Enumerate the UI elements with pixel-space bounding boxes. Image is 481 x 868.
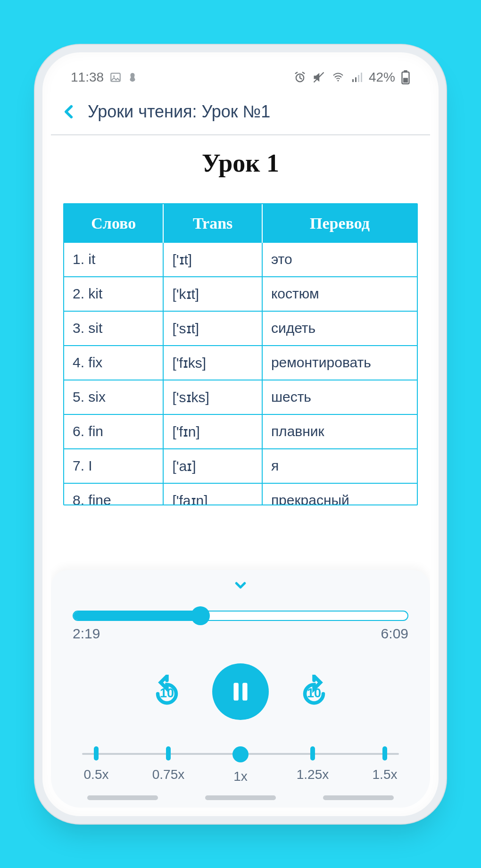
table-row: 2. kit['kɪt]костюм	[64, 276, 417, 311]
cell-trans: ['aɪ]	[163, 448, 261, 483]
seek-slider[interactable]: 2:19 6:09	[73, 611, 408, 642]
audio-player-panel: 2:19 6:09 10	[51, 570, 430, 808]
svg-point-1	[113, 75, 115, 77]
signal-icon	[351, 72, 363, 83]
forward-10-icon: 10	[297, 675, 331, 709]
screen: 11:38 42% Уроки чтения: Урок №1 Урок 1	[51, 61, 430, 808]
cell-trans: ['ɪt]	[163, 243, 261, 276]
image-icon	[109, 71, 122, 83]
speed-option[interactable]: 0.5x	[77, 746, 115, 784]
cell-trans: ['sɪt]	[163, 311, 261, 345]
cell-translation: прекрасный	[262, 483, 417, 504]
cell-translation: плавник	[262, 414, 417, 448]
svg-rect-13	[233, 683, 238, 701]
svg-rect-14	[242, 683, 247, 701]
wifi-icon	[331, 72, 345, 83]
seek-fill	[74, 612, 200, 620]
cell-translation: ремонтировать	[262, 345, 417, 380]
speed-label: 1x	[233, 769, 248, 784]
lesson-title: Урок 1	[51, 149, 430, 178]
svg-text:10: 10	[307, 686, 321, 700]
android-nav-bar	[51, 795, 430, 800]
cell-word: 3. sit	[64, 311, 163, 345]
cell-trans: ['fɪn]	[163, 414, 261, 448]
cell-word: 6. fin	[64, 414, 163, 448]
player-controls: 10 10	[73, 663, 408, 720]
speed-option[interactable]: 1.25x	[294, 746, 332, 784]
total-time: 6:09	[381, 626, 408, 642]
nav-recent[interactable]	[87, 795, 158, 800]
col-translation: Перевод	[262, 204, 417, 243]
cell-word: 5. six	[64, 380, 163, 414]
speed-option[interactable]: 0.75x	[149, 746, 187, 784]
cell-word: 8. fine	[64, 483, 163, 504]
table-row: 1. it['ɪt]это	[64, 243, 417, 276]
table-row: 6. fin['fɪn]плавник	[64, 414, 417, 448]
table-row: 4. fix['fɪks]ремонтировать	[64, 345, 417, 380]
nav-back[interactable]	[323, 795, 394, 800]
cell-translation: костюм	[262, 276, 417, 311]
speed-tick-mark	[310, 746, 315, 761]
svg-rect-10	[404, 70, 407, 72]
app-icon	[127, 71, 138, 83]
svg-text:10: 10	[160, 686, 174, 700]
cell-translation: это	[262, 243, 417, 276]
mute-icon	[312, 71, 325, 84]
cell-trans: ['kɪt]	[163, 276, 261, 311]
phone-frame: 11:38 42% Уроки чтения: Урок №1 Урок 1	[42, 52, 439, 816]
forward-10-button[interactable]: 10	[297, 675, 331, 709]
cell-word: 4. fix	[64, 345, 163, 380]
replay-10-icon: 10	[150, 675, 184, 709]
cell-word: 1. it	[64, 243, 163, 276]
alarm-icon	[293, 71, 307, 84]
vocab-table: Слово Trans Перевод 1. it['ɪt]это2. kit[…	[63, 203, 418, 505]
svg-rect-7	[358, 75, 359, 82]
rewind-10-button[interactable]: 10	[150, 675, 184, 709]
col-word: Слово	[64, 204, 163, 243]
cell-trans: ['faɪn]	[163, 483, 261, 504]
speed-label: 1.25x	[297, 767, 329, 782]
status-battery-text: 42%	[369, 70, 395, 85]
svg-rect-11	[403, 78, 408, 83]
cell-trans: ['fɪks]	[163, 345, 261, 380]
cell-translation: шесть	[262, 380, 417, 414]
cell-trans: ['sɪks]	[163, 380, 261, 414]
status-time: 11:38	[71, 70, 104, 85]
page-title: Уроки чтения: Урок №1	[88, 102, 270, 122]
speed-label: 0.5x	[84, 767, 109, 782]
speed-tick-mark	[166, 746, 171, 761]
seek-track	[73, 611, 408, 621]
content-area: Урок 1 Слово Trans Перевод 1. it['ɪt]это…	[51, 135, 430, 808]
nav-home[interactable]	[205, 795, 276, 800]
speed-tick-mark	[232, 746, 249, 762]
chevron-down-icon	[230, 579, 251, 593]
speed-slider[interactable]: 0.5x0.75x1x1.25x1.5x	[73, 746, 408, 784]
pause-icon	[229, 680, 252, 703]
col-trans: Trans	[163, 204, 261, 243]
app-header: Уроки чтения: Урок №1	[51, 94, 430, 135]
speed-label: 1.5x	[373, 767, 398, 782]
collapse-player-button[interactable]	[73, 579, 408, 595]
cell-word: 2. kit	[64, 276, 163, 311]
battery-icon	[401, 70, 410, 84]
svg-point-4	[337, 80, 339, 81]
chevron-left-icon	[61, 100, 77, 123]
elapsed-time: 2:19	[73, 626, 100, 642]
svg-rect-8	[361, 73, 362, 82]
table-row: 3. sit['sɪt]сидеть	[64, 311, 417, 345]
speed-option[interactable]: 1.5x	[366, 746, 404, 784]
back-button[interactable]	[61, 100, 77, 123]
pause-button[interactable]	[212, 663, 269, 720]
cell-translation: я	[262, 448, 417, 483]
svg-rect-6	[355, 77, 357, 82]
speed-tick-mark	[94, 746, 99, 761]
table-row: 5. six['sɪks]шесть	[64, 380, 417, 414]
speed-option[interactable]: 1x	[222, 746, 259, 784]
status-bar: 11:38 42%	[51, 61, 430, 94]
speed-label: 0.75x	[152, 767, 185, 782]
table-header-row: Слово Trans Перевод	[64, 204, 417, 243]
cell-translation: сидеть	[262, 311, 417, 345]
speed-tick-mark	[382, 746, 387, 761]
svg-rect-5	[352, 79, 354, 82]
seek-thumb[interactable]	[191, 606, 210, 625]
